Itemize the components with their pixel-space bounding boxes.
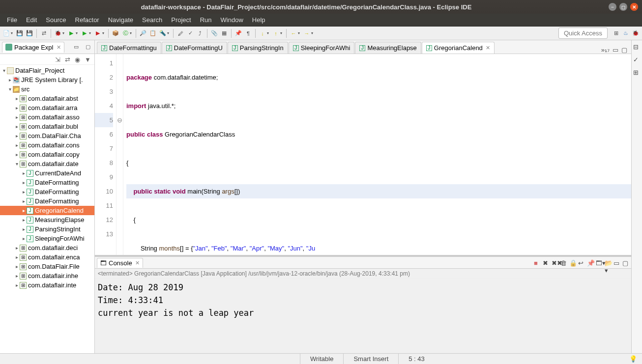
menu-project[interactable]: Project — [167, 15, 195, 25]
java-file-node[interactable]: ▸JDateFormatting — [0, 196, 94, 206]
editor-tab[interactable]: JDateFormattingU — [162, 42, 227, 54]
jre-node[interactable]: ▸📚JRE System Library [. — [0, 75, 94, 84]
tip-bulb-icon[interactable]: 💡 — [629, 355, 637, 363]
menu-window[interactable]: Window — [217, 15, 247, 25]
run-icon[interactable]: ▶ — [67, 29, 76, 38]
minimize-view-icon[interactable]: ▭ — [613, 259, 620, 266]
skip-icon[interactable]: ⤴ — [196, 29, 204, 38]
java-file-node[interactable]: ▸JCurrentDateAnd — [0, 168, 94, 178]
dropdown-icon[interactable]: ▾ — [130, 31, 132, 35]
code-content[interactable]: package com.dataflair.datetime; import j… — [123, 54, 631, 255]
package-explorer-tab[interactable]: Package Expl ✕ — [2, 42, 64, 53]
menu-help[interactable]: Help — [248, 15, 269, 25]
menu-navigate[interactable]: Navigate — [104, 15, 137, 25]
close-icon[interactable]: ✕ — [486, 45, 490, 51]
prev-annotation-icon[interactable]: ↑ — [271, 29, 280, 38]
task-list-icon[interactable]: ✓ — [633, 56, 641, 64]
dropdown-icon[interactable]: ▾ — [62, 31, 64, 35]
wand-icon[interactable]: 🖉 — [176, 29, 185, 38]
window-maximize-button[interactable]: ◻ — [619, 3, 627, 11]
maximize-view-icon[interactable]: ▢ — [622, 259, 629, 266]
next-annotation-icon[interactable]: ↓ — [258, 29, 267, 38]
remove-launch-icon[interactable]: ✖ — [543, 259, 550, 266]
editor-tab[interactable]: JDateFormattingu — [97, 42, 161, 54]
console-output[interactable]: Date: Aug 28 2019 Time: 4:33:41 current … — [95, 279, 631, 353]
window-close-button[interactable]: ✕ — [630, 3, 638, 11]
java-file-node-selected[interactable]: ▸JGregorianCalend — [0, 206, 94, 215]
maximize-view-icon[interactable]: ▢ — [84, 43, 92, 52]
package-tree[interactable]: ▾DataFlair_Project ▸📚JRE System Library … — [0, 65, 94, 353]
package-node[interactable]: ▸⊞com.dataflair.bubl — [0, 122, 94, 131]
open-perspective-icon[interactable]: ⊞ — [612, 29, 620, 38]
outline-icon[interactable]: ⊞ — [633, 69, 641, 77]
package-node[interactable]: ▸⊞com.dataflair.inte — [0, 280, 94, 290]
minimize-view-icon[interactable]: ▭ — [613, 46, 618, 54]
package-node[interactable]: ▸⊞com.DataFlair.Cha — [0, 131, 94, 140]
package-node[interactable]: ▸⊞com.dataflair.copy — [0, 150, 94, 159]
view-menu-icon[interactable]: ▼ — [85, 56, 91, 63]
whitespace-icon[interactable]: ¶ — [244, 29, 253, 38]
forward-icon[interactable]: → — [302, 29, 311, 38]
new-class-icon[interactable]: Ⓒ — [121, 29, 130, 38]
open-task-icon[interactable]: 📋 — [148, 29, 157, 38]
java-file-node[interactable]: ▸JDateFormatting — [0, 187, 94, 196]
word-wrap-icon[interactable]: ↩ — [578, 259, 585, 266]
debug-perspective-icon[interactable]: 🐞 — [631, 29, 640, 38]
collapse-all-icon[interactable]: ⇲ — [55, 56, 62, 63]
remove-all-icon[interactable]: ✖✖ — [552, 259, 558, 266]
package-node[interactable]: ▸⊞com.dataflair.cons — [0, 140, 94, 150]
package-node-open[interactable]: ▾⊞com.dataflair.date — [0, 159, 94, 168]
new-icon[interactable]: 📄 — [2, 29, 11, 38]
pin-console-icon[interactable]: 📌 — [587, 259, 594, 266]
menu-file[interactable]: File — [3, 15, 21, 25]
clear-icon[interactable]: 🗑 — [560, 259, 567, 266]
open-console-icon[interactable]: 📂▾ — [605, 259, 612, 266]
focus-icon[interactable]: ◉ — [75, 56, 82, 63]
java-file-node[interactable]: ▸JParsingStringInt — [0, 224, 94, 234]
package-node[interactable]: ▸⊞com.dataflair.asso — [0, 112, 94, 122]
restore-icon[interactable]: ⊟ — [633, 43, 641, 51]
back-icon[interactable]: ← — [289, 29, 298, 38]
menu-source[interactable]: Source — [42, 15, 70, 25]
package-node[interactable]: ▸⊞com.DataFlair.File — [0, 262, 94, 271]
link-editor-icon[interactable]: ⇄ — [65, 56, 72, 63]
dropdown-icon[interactable]: ▾ — [89, 31, 91, 35]
block-icon[interactable]: ▦ — [220, 29, 229, 38]
external-tools-icon[interactable]: ▶ — [93, 29, 102, 38]
terminate-icon[interactable]: ■ — [534, 259, 541, 266]
java-file-node[interactable]: ▸JDateFormatting — [0, 178, 94, 187]
new-package-icon[interactable]: 📦 — [111, 29, 120, 38]
menu-refactor[interactable]: Refactor — [71, 15, 103, 25]
annotation-icon[interactable]: 📎 — [210, 29, 219, 38]
menu-edit[interactable]: Edit — [22, 15, 41, 25]
save-all-icon[interactable]: 💾 — [25, 29, 34, 38]
editor-tab[interactable]: JMeasuringElapse — [355, 42, 421, 54]
dropdown-icon[interactable]: ▾ — [76, 31, 78, 35]
console-tab[interactable]: 🗔 Console ✕ — [97, 258, 143, 268]
menu-run[interactable]: Run — [196, 15, 216, 25]
window-minimize-button[interactable]: – — [609, 3, 616, 11]
package-node[interactable]: ▸⊞com.dataflair.deci — [0, 243, 94, 252]
package-node[interactable]: ▸⊞com.dataflair.arra — [0, 103, 94, 112]
save-icon[interactable]: 💾 — [15, 29, 24, 38]
pin-icon[interactable]: 📌 — [234, 29, 243, 38]
minimize-view-icon[interactable]: ▭ — [72, 43, 81, 52]
editor-overflow-button[interactable]: »₁₇ — [601, 46, 610, 54]
scroll-lock-icon[interactable]: 🔒 — [569, 259, 576, 266]
package-node[interactable]: ▸⊞com.dataflair.enca — [0, 252, 94, 262]
search-icon[interactable]: 🔦 — [158, 29, 167, 38]
quick-access-input[interactable]: Quick Access — [558, 28, 608, 39]
dropdown-icon[interactable]: ▾ — [311, 31, 313, 35]
package-node[interactable]: ▸⊞com.dataflair.abst — [0, 94, 94, 103]
editor-tab-active[interactable]: JGregorianCalend✕ — [422, 42, 495, 54]
code-editor[interactable]: 12345678910111213 ⊖ package com.dataflai… — [95, 54, 631, 255]
debug-icon[interactable]: 🐞 — [54, 29, 62, 38]
coverage-icon[interactable]: ▶ — [80, 29, 89, 38]
toggle-icon[interactable]: ✓ — [186, 29, 195, 38]
dropdown-icon[interactable]: ▾ — [167, 31, 169, 35]
java-file-node[interactable]: ▸JMeasuringElapse — [0, 215, 94, 224]
editor-tab[interactable]: JParsingStringIn — [228, 42, 288, 54]
src-node[interactable]: ▾📁src — [0, 84, 94, 94]
project-node[interactable]: ▾DataFlair_Project — [0, 66, 94, 75]
dropdown-icon[interactable]: ▾ — [11, 31, 13, 35]
